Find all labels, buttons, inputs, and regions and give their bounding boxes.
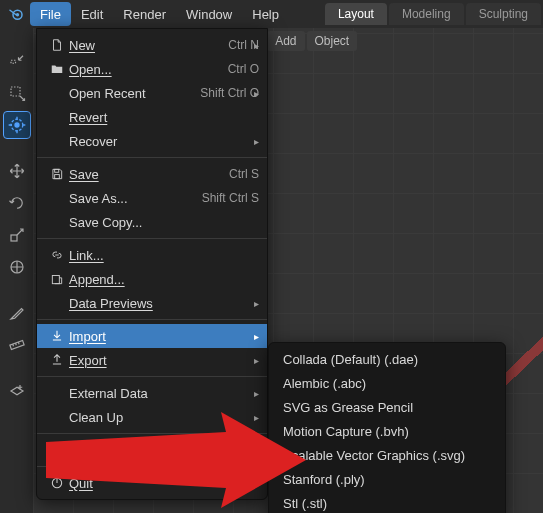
file-save-copy[interactable]: Save Copy... <box>37 210 267 234</box>
menu-help[interactable]: Help <box>242 2 289 26</box>
save-icon <box>45 165 69 183</box>
file-external-data[interactable]: External Data ▸ <box>37 381 267 405</box>
svg-rect-9 <box>55 169 59 172</box>
import-collada[interactable]: Collada (Default) (.dae) <box>269 347 505 371</box>
svg-point-5 <box>15 123 19 127</box>
import-svg[interactable]: Scalable Vector Graphics (.svg) <box>269 443 505 467</box>
tab-sculpting[interactable]: Sculpting <box>466 3 541 25</box>
import-alembic[interactable]: Alembic (.abc) <box>269 371 505 395</box>
file-open[interactable]: Open... Ctrl O <box>37 57 267 81</box>
tool-scale[interactable] <box>4 222 30 248</box>
file-revert[interactable]: Revert <box>37 105 267 129</box>
blender-logo-icon <box>6 4 26 24</box>
top-menubar: File Edit Render Window Help Layout Mode… <box>0 0 543 28</box>
import-svg-gp[interactable]: SVG as Grease Pencil <box>269 395 505 419</box>
menu-render[interactable]: Render <box>113 2 176 26</box>
menu-file[interactable]: File <box>30 2 71 26</box>
menu-edit[interactable]: Edit <box>71 2 113 26</box>
file-clean-up[interactable]: Clean Up ▸ <box>37 405 267 429</box>
menu-separator <box>37 433 267 434</box>
submenu-arrow-icon: ▸ <box>254 298 259 309</box>
tool-add[interactable] <box>4 378 30 404</box>
svg-rect-11 <box>52 276 59 284</box>
viewport-menu-add[interactable]: Add <box>267 31 304 51</box>
file-save[interactable]: Save Ctrl S <box>37 162 267 186</box>
menu-separator <box>37 376 267 377</box>
submenu-arrow-icon: ▸ <box>254 445 259 456</box>
file-link[interactable]: Link... <box>37 243 267 267</box>
workspace-tabs: Layout Modeling Sculpting <box>325 3 543 25</box>
menu-separator <box>37 157 267 158</box>
tab-layout[interactable]: Layout <box>325 3 387 25</box>
new-file-icon <box>45 36 69 54</box>
svg-rect-2 <box>11 60 16 63</box>
file-data-previews[interactable]: Data Previews ▸ <box>37 291 267 315</box>
append-icon <box>45 270 69 288</box>
file-quit[interactable]: Quit <box>37 471 267 495</box>
import-bvh[interactable]: Motion Capture (.bvh) <box>269 419 505 443</box>
menu-separator <box>37 319 267 320</box>
svg-rect-10 <box>55 175 60 179</box>
import-stl[interactable]: Stl (.stl) <box>269 491 505 513</box>
import-submenu: Collada (Default) (.dae) Alembic (.abc) … <box>268 342 506 513</box>
submenu-arrow-icon: ▸ <box>254 88 259 99</box>
folder-icon <box>45 60 69 78</box>
viewport-menu-object[interactable]: Object <box>307 31 358 51</box>
file-save-as[interactable]: Save As... Shift Ctrl S <box>37 186 267 210</box>
import-ply[interactable]: Stanford (.ply) <box>269 467 505 491</box>
import-icon <box>45 327 69 345</box>
svg-rect-8 <box>9 341 23 350</box>
menu-separator <box>37 238 267 239</box>
menu-window[interactable]: Window <box>176 2 242 26</box>
tool-transform[interactable] <box>4 254 30 280</box>
tool-annotate[interactable] <box>4 300 30 326</box>
svg-rect-6 <box>11 235 17 241</box>
file-new[interactable]: New Ctrl N ▸ <box>37 33 267 57</box>
file-open-recent[interactable]: Open Recent Shift Ctrl O ▸ <box>37 81 267 105</box>
file-menu: New Ctrl N ▸ Open... Ctrl O Open Recent … <box>36 28 268 500</box>
tool-select-box[interactable] <box>4 80 30 106</box>
menu-separator <box>37 466 267 467</box>
svg-rect-3 <box>11 87 20 96</box>
tab-modeling[interactable]: Modeling <box>389 3 464 25</box>
tool-measure[interactable] <box>4 332 30 358</box>
file-recover[interactable]: Recover ▸ <box>37 129 267 153</box>
tool-tweak[interactable] <box>4 48 30 74</box>
submenu-arrow-icon: ▸ <box>254 355 259 366</box>
left-toolbar <box>0 28 34 513</box>
submenu-arrow-icon: ▸ <box>254 40 259 51</box>
quit-icon <box>45 474 69 492</box>
export-icon <box>45 351 69 369</box>
link-icon <box>45 246 69 264</box>
file-export[interactable]: Export ▸ <box>37 348 267 372</box>
tool-cursor[interactable] <box>4 112 30 138</box>
tool-move[interactable] <box>4 158 30 184</box>
file-defaults[interactable]: Defaults ▸ <box>37 438 267 462</box>
submenu-arrow-icon: ▸ <box>254 331 259 342</box>
submenu-arrow-icon: ▸ <box>254 412 259 423</box>
file-import[interactable]: Import ▸ <box>37 324 267 348</box>
submenu-arrow-icon: ▸ <box>254 136 259 147</box>
file-append[interactable]: Append... <box>37 267 267 291</box>
submenu-arrow-icon: ▸ <box>254 388 259 399</box>
tool-rotate[interactable] <box>4 190 30 216</box>
